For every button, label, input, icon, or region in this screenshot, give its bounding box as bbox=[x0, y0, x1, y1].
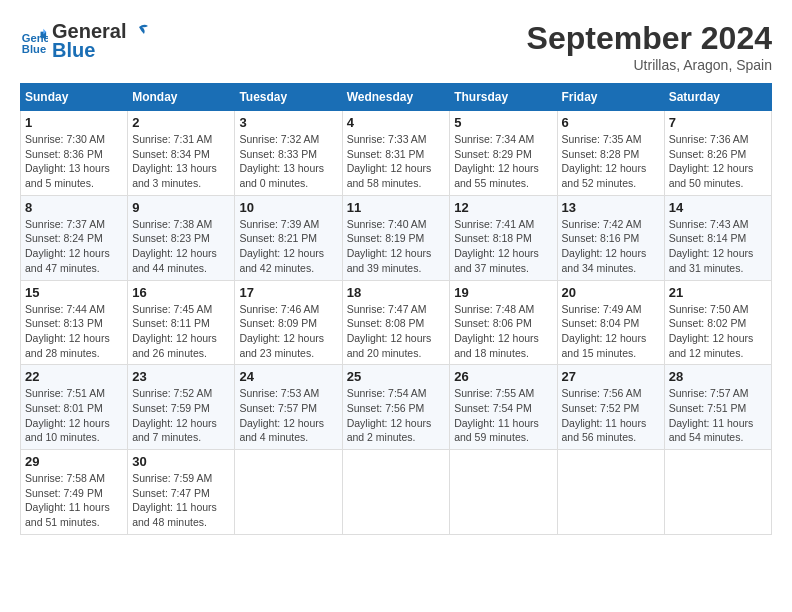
svg-marker-2 bbox=[41, 32, 47, 39]
sunrise: Sunrise: 7:48 AM bbox=[454, 303, 534, 315]
calendar-row: 29Sunrise: 7:58 AMSunset: 7:49 PMDayligh… bbox=[21, 450, 772, 535]
calendar-cell: 14Sunrise: 7:43 AMSunset: 8:14 PMDayligh… bbox=[664, 195, 771, 280]
sunrise: Sunrise: 7:40 AM bbox=[347, 218, 427, 230]
col-tuesday: Tuesday bbox=[235, 84, 342, 111]
empty-cell bbox=[450, 450, 557, 535]
daylight: Daylight: 12 hours and 42 minutes. bbox=[239, 247, 324, 274]
day-number: 19 bbox=[454, 285, 552, 300]
day-info: Sunrise: 7:47 AMSunset: 8:08 PMDaylight:… bbox=[347, 302, 446, 361]
page-header: General Blue General Blue September 2024… bbox=[20, 20, 772, 73]
day-info: Sunrise: 7:38 AMSunset: 8:23 PMDaylight:… bbox=[132, 217, 230, 276]
day-info: Sunrise: 7:44 AMSunset: 8:13 PMDaylight:… bbox=[25, 302, 123, 361]
sunset: Sunset: 7:51 PM bbox=[669, 402, 747, 414]
day-number: 13 bbox=[562, 200, 660, 215]
calendar-cell: 6Sunrise: 7:35 AMSunset: 8:28 PMDaylight… bbox=[557, 111, 664, 196]
logo-icon: General Blue bbox=[20, 27, 48, 55]
day-number: 2 bbox=[132, 115, 230, 130]
calendar-cell: 21Sunrise: 7:50 AMSunset: 8:02 PMDayligh… bbox=[664, 280, 771, 365]
sunset: Sunset: 7:54 PM bbox=[454, 402, 532, 414]
calendar-row: 1Sunrise: 7:30 AMSunset: 8:36 PMDaylight… bbox=[21, 111, 772, 196]
daylight: Daylight: 11 hours and 59 minutes. bbox=[454, 417, 539, 444]
day-info: Sunrise: 7:32 AMSunset: 8:33 PMDaylight:… bbox=[239, 132, 337, 191]
daylight: Daylight: 12 hours and 15 minutes. bbox=[562, 332, 647, 359]
day-info: Sunrise: 7:46 AMSunset: 8:09 PMDaylight:… bbox=[239, 302, 337, 361]
empty-cell bbox=[664, 450, 771, 535]
calendar-cell: 12Sunrise: 7:41 AMSunset: 8:18 PMDayligh… bbox=[450, 195, 557, 280]
daylight: Daylight: 11 hours and 56 minutes. bbox=[562, 417, 647, 444]
day-info: Sunrise: 7:57 AMSunset: 7:51 PMDaylight:… bbox=[669, 386, 767, 445]
sunset: Sunset: 8:06 PM bbox=[454, 317, 532, 329]
sunset: Sunset: 8:24 PM bbox=[25, 232, 103, 244]
calendar-cell: 19Sunrise: 7:48 AMSunset: 8:06 PMDayligh… bbox=[450, 280, 557, 365]
sunset: Sunset: 8:08 PM bbox=[347, 317, 425, 329]
empty-cell bbox=[342, 450, 450, 535]
daylight: Daylight: 12 hours and 10 minutes. bbox=[25, 417, 110, 444]
calendar-cell: 22Sunrise: 7:51 AMSunset: 8:01 PMDayligh… bbox=[21, 365, 128, 450]
sunrise: Sunrise: 7:39 AM bbox=[239, 218, 319, 230]
calendar-cell: 5Sunrise: 7:34 AMSunset: 8:29 PMDaylight… bbox=[450, 111, 557, 196]
day-number: 28 bbox=[669, 369, 767, 384]
calendar-cell: 4Sunrise: 7:33 AMSunset: 8:31 PMDaylight… bbox=[342, 111, 450, 196]
daylight: Daylight: 12 hours and 50 minutes. bbox=[669, 162, 754, 189]
day-number: 10 bbox=[239, 200, 337, 215]
calendar-row: 8Sunrise: 7:37 AMSunset: 8:24 PMDaylight… bbox=[21, 195, 772, 280]
sunset: Sunset: 8:14 PM bbox=[669, 232, 747, 244]
calendar-cell: 8Sunrise: 7:37 AMSunset: 8:24 PMDaylight… bbox=[21, 195, 128, 280]
sunset: Sunset: 8:26 PM bbox=[669, 148, 747, 160]
sunset: Sunset: 7:49 PM bbox=[25, 487, 103, 499]
calendar-cell: 2Sunrise: 7:31 AMSunset: 8:34 PMDaylight… bbox=[128, 111, 235, 196]
calendar-cell: 1Sunrise: 7:30 AMSunset: 8:36 PMDaylight… bbox=[21, 111, 128, 196]
calendar-cell: 27Sunrise: 7:56 AMSunset: 7:52 PMDayligh… bbox=[557, 365, 664, 450]
sunset: Sunset: 7:52 PM bbox=[562, 402, 640, 414]
day-info: Sunrise: 7:36 AMSunset: 8:26 PMDaylight:… bbox=[669, 132, 767, 191]
day-number: 23 bbox=[132, 369, 230, 384]
calendar-cell: 26Sunrise: 7:55 AMSunset: 7:54 PMDayligh… bbox=[450, 365, 557, 450]
day-number: 3 bbox=[239, 115, 337, 130]
month-title: September 2024 bbox=[527, 20, 772, 57]
daylight: Daylight: 12 hours and 37 minutes. bbox=[454, 247, 539, 274]
day-number: 24 bbox=[239, 369, 337, 384]
sunset: Sunset: 8:36 PM bbox=[25, 148, 103, 160]
col-thursday: Thursday bbox=[450, 84, 557, 111]
calendar-cell: 25Sunrise: 7:54 AMSunset: 7:56 PMDayligh… bbox=[342, 365, 450, 450]
col-sunday: Sunday bbox=[21, 84, 128, 111]
day-info: Sunrise: 7:56 AMSunset: 7:52 PMDaylight:… bbox=[562, 386, 660, 445]
day-info: Sunrise: 7:51 AMSunset: 8:01 PMDaylight:… bbox=[25, 386, 123, 445]
day-number: 18 bbox=[347, 285, 446, 300]
sunrise: Sunrise: 7:32 AM bbox=[239, 133, 319, 145]
daylight: Daylight: 12 hours and 44 minutes. bbox=[132, 247, 217, 274]
col-saturday: Saturday bbox=[664, 84, 771, 111]
daylight: Daylight: 12 hours and 4 minutes. bbox=[239, 417, 324, 444]
daylight: Daylight: 13 hours and 0 minutes. bbox=[239, 162, 324, 189]
calendar-cell: 28Sunrise: 7:57 AMSunset: 7:51 PMDayligh… bbox=[664, 365, 771, 450]
sunset: Sunset: 8:13 PM bbox=[25, 317, 103, 329]
day-info: Sunrise: 7:43 AMSunset: 8:14 PMDaylight:… bbox=[669, 217, 767, 276]
daylight: Daylight: 12 hours and 12 minutes. bbox=[669, 332, 754, 359]
sunrise: Sunrise: 7:31 AM bbox=[132, 133, 212, 145]
day-number: 9 bbox=[132, 200, 230, 215]
sunrise: Sunrise: 7:30 AM bbox=[25, 133, 105, 145]
daylight: Daylight: 12 hours and 34 minutes. bbox=[562, 247, 647, 274]
calendar-cell: 9Sunrise: 7:38 AMSunset: 8:23 PMDaylight… bbox=[128, 195, 235, 280]
day-info: Sunrise: 7:53 AMSunset: 7:57 PMDaylight:… bbox=[239, 386, 337, 445]
sunrise: Sunrise: 7:59 AM bbox=[132, 472, 212, 484]
day-info: Sunrise: 7:33 AMSunset: 8:31 PMDaylight:… bbox=[347, 132, 446, 191]
daylight: Daylight: 12 hours and 58 minutes. bbox=[347, 162, 432, 189]
logo: General Blue General Blue bbox=[20, 20, 150, 62]
sunset: Sunset: 8:31 PM bbox=[347, 148, 425, 160]
day-number: 26 bbox=[454, 369, 552, 384]
sunset: Sunset: 8:29 PM bbox=[454, 148, 532, 160]
sunrise: Sunrise: 7:46 AM bbox=[239, 303, 319, 315]
sunset: Sunset: 7:59 PM bbox=[132, 402, 210, 414]
sunrise: Sunrise: 7:58 AM bbox=[25, 472, 105, 484]
day-info: Sunrise: 7:49 AMSunset: 8:04 PMDaylight:… bbox=[562, 302, 660, 361]
calendar-cell: 13Sunrise: 7:42 AMSunset: 8:16 PMDayligh… bbox=[557, 195, 664, 280]
day-number: 5 bbox=[454, 115, 552, 130]
logo-bird-icon bbox=[128, 21, 150, 43]
day-number: 11 bbox=[347, 200, 446, 215]
day-number: 8 bbox=[25, 200, 123, 215]
calendar-cell: 24Sunrise: 7:53 AMSunset: 7:57 PMDayligh… bbox=[235, 365, 342, 450]
day-info: Sunrise: 7:45 AMSunset: 8:11 PMDaylight:… bbox=[132, 302, 230, 361]
calendar-table: Sunday Monday Tuesday Wednesday Thursday… bbox=[20, 83, 772, 535]
calendar-cell: 11Sunrise: 7:40 AMSunset: 8:19 PMDayligh… bbox=[342, 195, 450, 280]
